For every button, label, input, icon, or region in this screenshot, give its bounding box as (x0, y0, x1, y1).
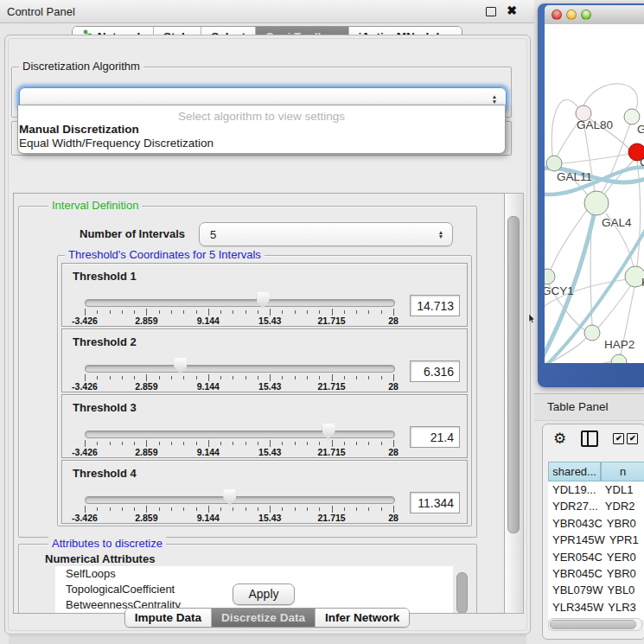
node-label: HAP2 (604, 338, 634, 351)
tick-label: 2.859 (135, 513, 157, 523)
threshold-value-field-2[interactable]: 6.316 (410, 360, 460, 382)
table-cell[interactable]: YBR045C (548, 565, 603, 582)
table-cell[interactable]: YPR1 (605, 532, 644, 548)
table-cell[interactable]: YER054C (548, 549, 603, 565)
slider-track-4[interactable] (85, 496, 395, 504)
threshold-value-field-1[interactable]: 14.713 (410, 295, 460, 316)
checkbox-icon[interactable]: ✔ (627, 433, 638, 444)
table-cell[interactable]: YBR043C (548, 515, 603, 532)
table-row[interactable]: YBL079WYBL0 (548, 582, 644, 598)
network-node-GCY1[interactable] (545, 269, 555, 284)
tab-impute-data[interactable]: Impute Data (125, 609, 211, 627)
split-columns-icon[interactable] (581, 430, 598, 447)
tick-mark (183, 310, 184, 314)
traffic-light-minimize[interactable] (566, 10, 577, 20)
tick-mark (85, 440, 86, 447)
tick-label: -3.426 (72, 316, 98, 326)
threshold-box-4: Threshold 4-3.4262.8599.14415.4321.71528… (61, 460, 468, 524)
tick-label: 15.43 (258, 513, 281, 523)
number-of-intervals-value: 5 (200, 228, 435, 241)
table-cell[interactable]: YPR145W (548, 532, 605, 548)
table-cell[interactable]: YLR3 (603, 599, 644, 615)
table-cell[interactable]: YBR0 (603, 515, 644, 532)
vertical-scrollbar-thumb[interactable] (507, 216, 520, 533)
table-cell[interactable]: YLR345W (548, 599, 603, 615)
table-cell[interactable]: YDL1 (601, 481, 644, 498)
horizontal-scrollbar-thumb[interactable] (550, 620, 636, 629)
attribute-item[interactable]: SelfLoops (55, 566, 453, 582)
number-of-intervals-combo[interactable]: 5 ▲▼ (199, 222, 453, 246)
threshold-label: Threshold 1 (73, 270, 137, 283)
network-window-titlebar[interactable] (545, 5, 644, 25)
tab-infer-network[interactable]: Infer Network (315, 609, 409, 627)
threshold-value-field-4[interactable]: 11.344 (410, 492, 460, 513)
table-cell[interactable]: YBL079W (548, 582, 603, 598)
tick-mark (134, 376, 135, 379)
tick-mark (146, 309, 147, 316)
slider-tick-labels: -3.4262.8599.14415.4321.71528 (85, 447, 394, 457)
tick-mark (159, 376, 160, 379)
checkbox-icon[interactable]: ✔ (613, 433, 624, 444)
float-window-icon[interactable] (486, 7, 496, 16)
tick-mark (245, 442, 246, 445)
traffic-light-zoom[interactable] (581, 10, 591, 20)
control-panel-titlebar[interactable]: Control Panel ✖ (0, 0, 534, 23)
combo-stepper-icon[interactable]: ▲▼ (488, 94, 501, 104)
vertical-scrollbar[interactable] (504, 193, 524, 614)
table-horizontal-scrollbar[interactable] (548, 618, 642, 631)
slider-track-1[interactable] (85, 299, 395, 307)
network-edge[interactable] (598, 285, 631, 328)
dropdown-option[interactable]: Equal Width/Frequency Discretization (18, 137, 505, 150)
tick-mark (85, 309, 86, 316)
node-label: GCY1 (545, 284, 574, 297)
table-cell[interactable]: YER0 (603, 549, 644, 565)
tick-mark (220, 376, 221, 379)
network-node-GAL4[interactable] (584, 191, 609, 215)
tick-mark (134, 442, 135, 445)
network-edge[interactable] (552, 99, 579, 156)
slider-tick-labels: -3.4262.8599.14415.4321.71528 (85, 316, 394, 326)
tick-label: 9.144 (197, 447, 220, 457)
threshold-value-field-3[interactable]: 21.4 (410, 426, 460, 448)
slider-track-3[interactable] (85, 430, 395, 438)
table-row[interactable]: YBR045CYBR0 (548, 565, 644, 582)
gear-icon[interactable]: ⚙ (553, 430, 566, 448)
table-panel-card: ⚙ ✔ ✔ shared...n YDL19...YDL1YDR27...YDR… (542, 424, 644, 640)
dropdown-option[interactable]: Manual Discretization (18, 123, 505, 137)
column-header-1[interactable]: shared... (548, 462, 601, 481)
column-header-2[interactable]: n (601, 462, 644, 481)
network-edge[interactable] (637, 161, 641, 266)
slider-track-2[interactable] (85, 365, 395, 373)
tick-mark (356, 507, 357, 511)
tick-label: 9.144 (197, 381, 220, 392)
network-node-HAP2[interactable] (584, 325, 600, 341)
table-cell[interactable]: YDL19... (548, 481, 601, 498)
table-cell[interactable]: YDR2 (601, 498, 644, 514)
tick-label: 28 (388, 381, 399, 392)
traffic-light-close[interactable] (552, 10, 562, 20)
network-node-unnamed[interactable] (611, 354, 627, 363)
table-row[interactable]: YPR145WYPR1 (548, 532, 644, 548)
tick-mark (258, 310, 258, 314)
apply-button[interactable]: Apply (233, 583, 295, 605)
network-edge[interactable] (583, 84, 638, 109)
network-view-window[interactable]: GAL80GCGAL11GAL4GCY1HHAP2 (538, 3, 644, 387)
tick-mark (282, 442, 283, 445)
network-edge[interactable] (545, 361, 612, 363)
tick-mark (307, 507, 308, 511)
table-cell[interactable]: YDR27... (548, 498, 601, 514)
table-row[interactable]: YER054CYER0 (548, 549, 644, 565)
table-row[interactable]: YLR345WYLR3 (548, 599, 644, 615)
tick-mark (307, 376, 308, 379)
table-cell[interactable]: YBR0 (603, 565, 644, 582)
tab-discretize-data[interactable]: Discretize Data (211, 609, 315, 627)
network-canvas[interactable]: GAL80GCGAL11GAL4GCY1HHAP2 (545, 24, 644, 363)
tick-mark (356, 376, 357, 379)
table-row[interactable]: YBR043CYBR0 (548, 515, 644, 532)
table-row[interactable]: YDR27...YDR2 (548, 498, 644, 514)
table-cell[interactable]: YBL0 (603, 582, 644, 598)
table-row[interactable]: YDL19...YDL1 (548, 481, 644, 498)
network-node-GAL11[interactable] (546, 156, 562, 171)
close-icon[interactable]: ✖ (507, 3, 517, 17)
combo-stepper-icon[interactable]: ▲▼ (435, 230, 447, 239)
